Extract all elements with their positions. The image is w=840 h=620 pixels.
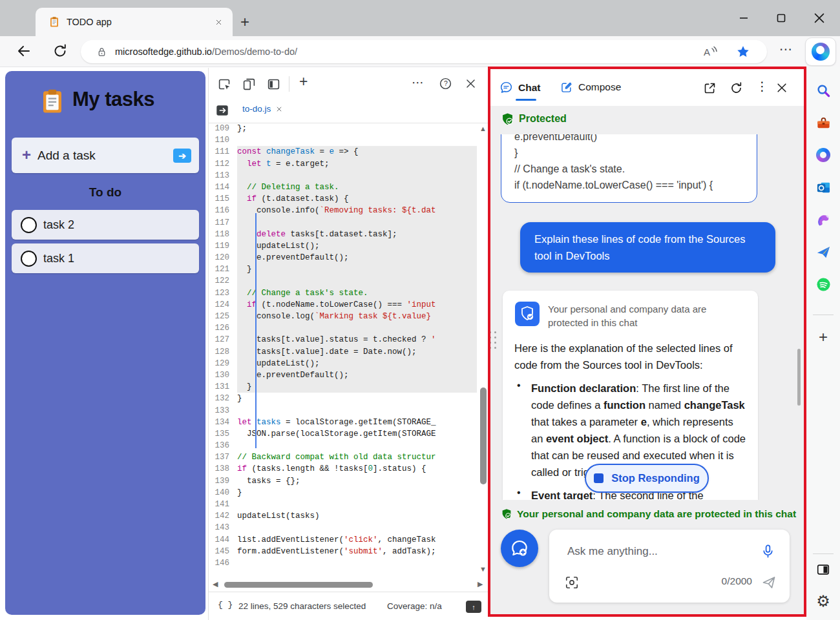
quoted-code-card: e.preventDefault()}// Change a task's st… (501, 134, 757, 203)
code-line: 125 console.log(`Marking task ${t.value} (209, 311, 488, 322)
devtools-close-icon[interactable] (465, 78, 477, 90)
character-counter: 0/2000 (722, 575, 752, 587)
code-line: 144list.addEventListener('click', change… (209, 534, 488, 546)
horizontal-scrollbar[interactable] (224, 582, 373, 588)
svg-text:A: A (704, 46, 710, 57)
code-line: 119 updateList(); (209, 240, 488, 252)
code-line: 115 if (t.dataset.task) { (209, 193, 488, 205)
microphone-icon[interactable] (761, 544, 775, 559)
stop-responding-button[interactable]: Stop Responding (585, 464, 709, 493)
task-row[interactable]: task 2 (12, 210, 199, 240)
code-line: 134let tasks = localStorage.getItem(STOR… (209, 417, 488, 428)
code-line: 114 // Deleting a task. (209, 181, 488, 193)
code-line: 111const changeTask = e => { (209, 146, 488, 158)
favorite-star-icon[interactable] (736, 45, 750, 59)
code-line: 132} (209, 393, 488, 404)
file-tab-label: to-do.js (242, 104, 271, 114)
scroll-down-arrow[interactable]: ▼ (479, 565, 487, 573)
code-editor[interactable]: 109};110111const changeTask = e => {112 … (209, 123, 488, 579)
devtools-more-options-icon[interactable]: ⋯ (412, 75, 425, 90)
add-task-submit-button[interactable]: ➔ (173, 149, 191, 163)
open-in-new-window-icon[interactable] (703, 81, 717, 95)
task-checkbox[interactable] (21, 217, 37, 233)
spotify-icon[interactable] (815, 276, 831, 292)
screen-split-icon[interactable] (815, 562, 831, 577)
copilot-button[interactable] (805, 37, 836, 66)
scroll-right-arrow[interactable]: ▶ (478, 580, 483, 588)
screenshot-capture-icon[interactable] (565, 575, 579, 590)
todo-list-heading: To do (5, 185, 205, 200)
devtools-more-tools-button[interactable]: + (299, 73, 308, 90)
todo-app-panel: My tasks + Add a task ➔ To do task 2 tas… (5, 71, 205, 615)
response-intro: Here is the explanation of the selected … (514, 340, 746, 373)
window-maximize-button[interactable] (774, 11, 788, 25)
outlook-icon[interactable] (815, 180, 831, 195)
code-line: 112 let t = e.target; (209, 158, 488, 170)
copilot-scrollbar[interactable] (797, 349, 801, 406)
search-icon[interactable] (815, 83, 831, 98)
copilot-refresh-icon[interactable] (730, 81, 743, 95)
file-tab-to-do-js[interactable]: to-do.js (242, 104, 282, 114)
vertical-scrollbar[interactable] (480, 388, 487, 484)
chat-scroll-area[interactable]: e.preventDefault()}// Change a task's st… (488, 134, 806, 500)
chat-input-placeholder: Ask me anything... (567, 545, 658, 558)
show-navigator-icon[interactable] (215, 103, 229, 118)
copilot-close-icon[interactable] (775, 81, 788, 94)
selection-status: 22 lines, 529 characters selected (238, 601, 366, 611)
protected-badge: Protected (519, 113, 567, 125)
address-bar[interactable]: microsoftedge.github.io/Demos/demo-to-do… (81, 40, 767, 63)
open-file-icon[interactable]: ↑ (466, 601, 481, 613)
code-line: 135 JSON.parse(localStorage.getItem(STOR… (209, 428, 488, 440)
new-chat-icon (510, 539, 529, 558)
code-line: 142updateList(tasks) (209, 510, 488, 522)
lock-icon (96, 46, 107, 57)
microsoft-365-icon[interactable] (815, 147, 831, 163)
code-line: 110 (209, 134, 488, 146)
sidebar-resize-handle[interactable] (489, 331, 496, 349)
code-line: 138if (tasks.length && !tasks[0].status)… (209, 463, 488, 475)
tab-close-icon[interactable] (215, 19, 222, 26)
window-close-button[interactable] (812, 11, 826, 25)
browser-tab[interactable]: TODO app (36, 8, 233, 36)
designer-icon[interactable] (815, 212, 831, 227)
code-line: 141 (209, 499, 488, 510)
code-line: 122 (209, 275, 488, 287)
read-aloud-icon[interactable]: A (702, 45, 719, 59)
window-minimize-button[interactable] (737, 11, 751, 25)
footer-shield-icon (501, 508, 512, 520)
back-icon[interactable] (16, 43, 32, 59)
help-icon[interactable]: ? (439, 77, 452, 90)
settings-gear-icon[interactable]: ⚙ (815, 594, 831, 609)
add-task-input[interactable]: + Add a task ➔ (12, 138, 199, 173)
code-line: 129 updateList(); (209, 358, 488, 369)
send-icon[interactable] (761, 575, 777, 590)
dock-panel-icon[interactable] (267, 78, 280, 91)
file-tab-close-icon[interactable] (276, 106, 282, 112)
task-row[interactable]: task 1 (12, 243, 199, 273)
new-tab-button[interactable]: + (240, 13, 249, 31)
tab-compose[interactable]: Compose (560, 81, 621, 94)
inspect-icon[interactable] (218, 78, 231, 91)
device-emulation-icon[interactable] (242, 78, 256, 91)
refresh-icon[interactable] (52, 43, 68, 59)
tab-chat[interactable]: Chat (499, 81, 540, 94)
code-line: 131 } (209, 381, 488, 393)
chat-input-box[interactable]: Ask me anything... 0/2000 (549, 530, 790, 603)
task-checkbox[interactable] (21, 251, 37, 267)
stop-responding-label: Stop Responding (611, 472, 700, 484)
code-line: 109}; (209, 123, 488, 134)
toolbar-more-options-icon[interactable]: ⋯ (779, 41, 793, 57)
copilot-more-options-icon[interactable]: ⋮ (756, 79, 768, 94)
indent-guide (255, 213, 257, 448)
customize-sidebar-add-button[interactable]: + (815, 329, 831, 345)
scroll-up-arrow[interactable]: ▲ (479, 125, 487, 132)
toolbox-icon[interactable] (815, 115, 831, 130)
code-line: 121 } (209, 264, 488, 275)
code-line: 118 delete tasks[t.dataset.task]; (209, 229, 488, 240)
new-chat-button[interactable] (501, 530, 538, 567)
my-tasks-clipboard-icon (39, 88, 66, 115)
drop-icon[interactable] (815, 244, 831, 260)
scroll-left-arrow[interactable]: ◀ (213, 580, 218, 588)
code-line: 137// Backward compat with old data stru… (209, 451, 488, 463)
pretty-print-icon[interactable]: { } (218, 600, 233, 610)
